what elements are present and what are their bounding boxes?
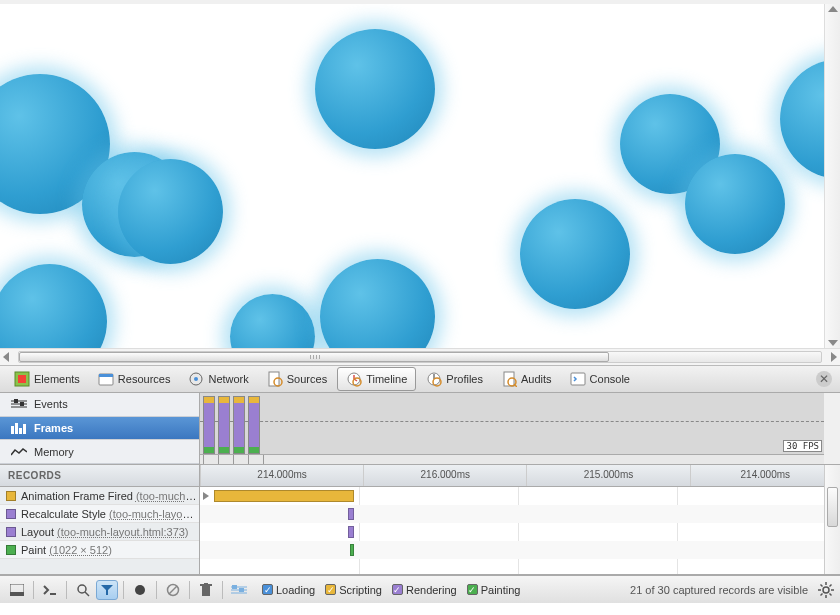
console-toggle-button[interactable] — [39, 580, 61, 600]
legend-loading[interactable]: ✓Loading — [262, 584, 315, 596]
circle — [320, 259, 435, 348]
garbage-collect-button[interactable] — [195, 580, 217, 600]
circle — [230, 294, 315, 348]
viewport-hscroll[interactable] — [0, 348, 840, 365]
record-detail: (too-much-layou… — [109, 508, 199, 520]
svg-point-30 — [135, 585, 145, 595]
timeline-bar[interactable] — [350, 544, 354, 556]
timeline-bar[interactable] — [214, 490, 354, 502]
record-row[interactable]: Recalculate Style (too-much-layou… — [0, 505, 199, 523]
legend-rendering[interactable]: ✓Rendering — [392, 584, 457, 596]
timeline-icon — [346, 371, 362, 387]
tab-timeline[interactable]: Timeline — [337, 367, 416, 391]
search-button[interactable] — [72, 580, 94, 600]
col-label: 215.000ms — [527, 469, 689, 480]
glue-button[interactable] — [228, 580, 250, 600]
tab-label: Sources — [287, 373, 327, 385]
events-icon — [10, 399, 28, 409]
close-devtools-button[interactable]: ✕ — [816, 371, 832, 387]
color-swatch — [6, 527, 16, 537]
svg-rect-1 — [18, 375, 26, 383]
tab-profiles[interactable]: Profiles — [418, 368, 491, 390]
record-row[interactable]: Paint (1022 × 512) — [0, 541, 199, 559]
svg-line-46 — [821, 584, 823, 586]
tab-network[interactable]: Network — [180, 368, 256, 390]
records-grid[interactable]: 214.000ms 216.000ms 215.000ms 214.000ms — [200, 465, 840, 574]
svg-line-49 — [830, 584, 832, 586]
mode-label: Events — [34, 398, 68, 410]
svg-rect-35 — [204, 583, 208, 585]
svg-line-47 — [830, 593, 832, 595]
svg-line-48 — [821, 593, 823, 595]
svg-rect-39 — [232, 585, 237, 589]
mode-memory[interactable]: Memory — [0, 440, 199, 464]
svg-point-5 — [194, 377, 198, 381]
legend-scripting[interactable]: ✓Scripting — [325, 584, 382, 596]
timeline-mode-panel: Events Frames Memory — [0, 393, 200, 464]
record-label: Paint — [21, 544, 46, 556]
clear-button[interactable] — [162, 580, 184, 600]
legend-painting[interactable]: ✓Painting — [467, 584, 521, 596]
tab-elements[interactable]: Elements — [6, 368, 88, 390]
tab-label: Resources — [118, 373, 171, 385]
record-detail: (1022 × 512) — [49, 544, 112, 556]
devtools-tabstrip: Elements Resources Network Sources Timel… — [0, 365, 840, 393]
fps-label: 30 FPS — [783, 440, 822, 452]
svg-rect-20 — [20, 402, 24, 406]
filter-button[interactable] — [96, 580, 118, 600]
records-grid-header: 214.000ms 216.000ms 215.000ms 214.000ms — [200, 465, 840, 487]
records-header: RECORDS — [0, 465, 199, 487]
mode-events[interactable]: Events — [0, 393, 199, 417]
color-swatch — [6, 509, 16, 519]
svg-point-41 — [823, 587, 829, 593]
tab-resources[interactable]: Resources — [90, 368, 179, 390]
frames-overview[interactable]: 30 FPS — [200, 393, 840, 464]
dock-button[interactable] — [6, 580, 28, 600]
tab-audits[interactable]: Audits — [493, 368, 560, 390]
record-button[interactable] — [129, 580, 151, 600]
record-label: Animation Frame Fired — [21, 490, 133, 502]
svg-rect-26 — [10, 592, 24, 596]
settings-button[interactable] — [818, 582, 834, 598]
viewport-vscroll[interactable] — [824, 4, 840, 348]
svg-line-32 — [169, 586, 177, 594]
tab-label: Console — [590, 373, 630, 385]
record-row[interactable]: Layout (too-much-layout.html:373) — [0, 523, 199, 541]
timeline-bar[interactable] — [348, 508, 354, 520]
tab-sources[interactable]: Sources — [259, 368, 335, 390]
svg-rect-24 — [23, 424, 26, 434]
disclosure-triangle[interactable] — [203, 492, 209, 500]
svg-rect-33 — [202, 586, 210, 596]
svg-line-29 — [85, 592, 89, 596]
circle — [118, 159, 223, 264]
svg-point-28 — [78, 585, 86, 593]
svg-rect-19 — [14, 399, 18, 403]
resources-icon — [98, 371, 114, 387]
sources-icon — [267, 371, 283, 387]
timeline-bar[interactable] — [348, 526, 354, 538]
memory-icon — [10, 447, 28, 457]
col-label: 216.000ms — [364, 469, 526, 480]
circle — [315, 29, 435, 149]
record-row[interactable]: Animation Frame Fired (too-much-… — [0, 487, 199, 505]
mode-label: Memory — [34, 446, 74, 458]
mode-frames[interactable]: Frames — [0, 417, 199, 441]
tab-label: Network — [208, 373, 248, 385]
mode-label: Frames — [34, 422, 73, 434]
svg-rect-21 — [11, 426, 14, 434]
record-label: Layout — [21, 526, 54, 538]
circle — [0, 264, 107, 348]
color-swatch — [6, 545, 16, 555]
svg-rect-23 — [19, 428, 22, 434]
tab-console[interactable]: Console — [562, 368, 638, 390]
frames-icon — [10, 422, 28, 434]
col-label: 214.000ms — [201, 469, 363, 480]
svg-rect-40 — [239, 588, 244, 592]
network-icon — [188, 371, 204, 387]
page-viewport — [0, 0, 840, 348]
records-vscroll[interactable] — [824, 465, 840, 574]
tab-label: Elements — [34, 373, 80, 385]
color-swatch — [6, 491, 16, 501]
svg-rect-3 — [99, 374, 113, 377]
tab-label: Timeline — [366, 373, 407, 385]
